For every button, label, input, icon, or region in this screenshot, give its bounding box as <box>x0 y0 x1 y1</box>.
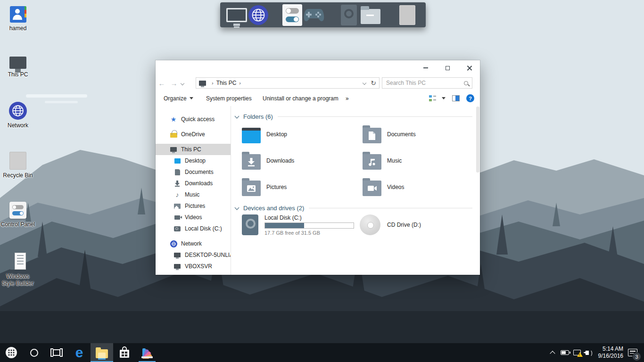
maximize-button[interactable] <box>437 60 458 75</box>
taskbar-edge-button[interactable]: e <box>68 343 91 362</box>
folder-tile-videos[interactable]: Videos <box>363 178 479 197</box>
dock-folder-button[interactable] <box>360 4 381 26</box>
collapse-chevron-icon[interactable] <box>235 205 239 210</box>
items-view: Folders (6) Desktop Documents Downloads … <box>231 106 480 275</box>
breadcrumb-this-pc[interactable]: This PC <box>216 80 237 86</box>
address-dropdown-chevron-icon[interactable] <box>363 81 366 85</box>
desktop-icon-hamed[interactable]: hamed <box>0 4 36 32</box>
dock-this-pc-button[interactable] <box>226 4 248 26</box>
title-bar[interactable] <box>156 60 480 75</box>
videos-folder-icon <box>363 181 381 196</box>
document-icon <box>175 169 180 175</box>
organize-menu[interactable]: Organize <box>164 90 193 106</box>
sidebar-item-downloads[interactable]: Downloads <box>156 178 231 189</box>
sidebar-item-videos[interactable]: Videos <box>156 212 231 223</box>
tray-volume-button[interactable] <box>583 343 595 362</box>
address-bar[interactable]: › This PC › ↻ <box>196 77 380 89</box>
sidebar-item-desktop[interactable]: Desktop <box>156 155 231 166</box>
desktop-icon <box>174 158 181 164</box>
devices-section-header[interactable]: Devices and drives (2) <box>231 203 472 213</box>
tray-network-button[interactable] <box>571 343 583 362</box>
hard-drive-icon <box>174 226 181 231</box>
dock-trash-button[interactable] <box>396 4 418 26</box>
folder-tile-documents[interactable]: Documents <box>363 125 479 144</box>
dock-drive-button[interactable] <box>338 4 360 26</box>
toggles-icon <box>282 4 302 26</box>
back-button[interactable]: ← <box>156 79 168 87</box>
navigation-bar: ← → › This PC › ↻ <box>156 75 480 90</box>
music-note-icon: ♪ <box>176 191 179 198</box>
search-icon[interactable] <box>464 81 468 85</box>
globe-icon <box>9 102 27 120</box>
sidebar-item-network[interactable]: Network <box>156 238 231 249</box>
sidebar-item-this-pc[interactable]: This PC <box>156 144 231 155</box>
taskbar-clock[interactable]: 5:14 AM 9/16/2016 <box>595 346 628 360</box>
sidebar-item-music[interactable]: ♪Music <box>156 189 231 200</box>
search-input[interactable] <box>386 80 464 86</box>
desktop-icon-network[interactable]: Network <box>0 101 36 129</box>
tray-power-button[interactable] <box>559 343 571 362</box>
change-view-button[interactable] <box>429 95 446 102</box>
desktop-icon-control-panel[interactable]: Control Panel <box>0 200 36 228</box>
taskbar-style-builder-button[interactable] <box>136 343 158 362</box>
close-button[interactable] <box>458 60 480 75</box>
more-commands-chevron[interactable]: » <box>346 90 349 106</box>
views-icon <box>429 95 436 102</box>
taskbar-file-explorer-button[interactable] <box>91 343 113 362</box>
folder-tile-desktop[interactable]: Desktop <box>242 125 358 144</box>
search-box[interactable] <box>382 77 472 89</box>
hard-drive-icon <box>242 214 258 235</box>
speaker-icon <box>586 351 589 355</box>
recent-locations-chevron-icon[interactable] <box>181 82 184 85</box>
downloads-folder-icon <box>242 154 261 170</box>
section-divider <box>309 208 472 208</box>
preview-pane-button[interactable] <box>452 95 460 101</box>
refresh-icon[interactable]: ↻ <box>371 79 376 87</box>
maximize-icon <box>446 66 450 70</box>
gamepad-icon <box>304 8 324 22</box>
start-orb-icon <box>5 346 17 359</box>
sidebar-item-vboxsvr[interactable]: VBOXSVR <box>156 261 231 272</box>
forward-button[interactable]: → <box>168 79 180 87</box>
user-contact-icon <box>10 6 26 23</box>
folders-section-header[interactable]: Folders (6) <box>231 112 472 121</box>
breadcrumb-separator-icon[interactable]: › <box>239 80 241 86</box>
minimize-button[interactable] <box>415 60 437 75</box>
collapse-chevron-icon[interactable] <box>235 114 239 118</box>
desktop-icon-recycle-bin[interactable]: Recycle Bin <box>0 151 36 179</box>
scrollbar-thumb[interactable] <box>476 107 479 173</box>
navigation-pane: ★Quick access OneDrive This PC Desktop D… <box>156 106 231 275</box>
start-button[interactable] <box>0 343 23 362</box>
sidebar-item-documents[interactable]: Documents <box>156 166 231 178</box>
desktop-icon-this-pc[interactable]: This PC <box>0 50 36 78</box>
task-view-button[interactable] <box>45 343 68 362</box>
dock-settings-button[interactable] <box>281 4 303 26</box>
desktop-icon-windows-style-builder[interactable]: Windows Style Builder <box>0 252 36 287</box>
this-pc-icon <box>199 81 206 86</box>
drive-tile-local-disk[interactable]: Local Disk (C:) 17.7 GB free of 31.5 GB <box>242 214 354 236</box>
help-button[interactable]: ? <box>466 94 474 102</box>
sidebar-item-onedrive[interactable]: OneDrive <box>156 129 231 140</box>
dock-network-button[interactable] <box>248 4 269 26</box>
drive-tile-cd[interactable]: CD Drive (D:) <box>360 214 421 235</box>
dock-games-button[interactable] <box>303 4 325 26</box>
uninstall-program-button[interactable]: Uninstall or change a program <box>263 90 339 106</box>
taskbar-store-button[interactable] <box>113 343 136 362</box>
folder-tile-downloads[interactable]: Downloads <box>242 151 358 170</box>
sidebar-item-desktop-5unliac[interactable]: DESKTOP-5UNLIAC <box>156 249 231 261</box>
edge-icon: e <box>75 346 83 360</box>
sidebar-item-quick-access[interactable]: ★Quick access <box>156 114 231 125</box>
desktop: hamed This PC Network Recycle Bin Contro… <box>0 0 644 362</box>
dropdown-caret-icon <box>442 97 446 99</box>
video-camera-icon <box>174 215 180 220</box>
folder-tile-pictures[interactable]: Pictures <box>242 178 358 197</box>
desktop-tile-icon <box>242 128 261 143</box>
tray-expand-button[interactable] <box>546 343 559 362</box>
sidebar-item-local-disk[interactable]: Local Disk (C:) <box>156 223 231 234</box>
sidebar-item-pictures[interactable]: Pictures <box>156 200 231 212</box>
system-properties-button[interactable]: System properties <box>206 90 252 106</box>
notification-badge: 3 <box>632 352 641 361</box>
search-button[interactable] <box>23 343 45 362</box>
search-ring-icon <box>30 349 38 357</box>
folder-tile-music[interactable]: Music <box>363 151 479 170</box>
